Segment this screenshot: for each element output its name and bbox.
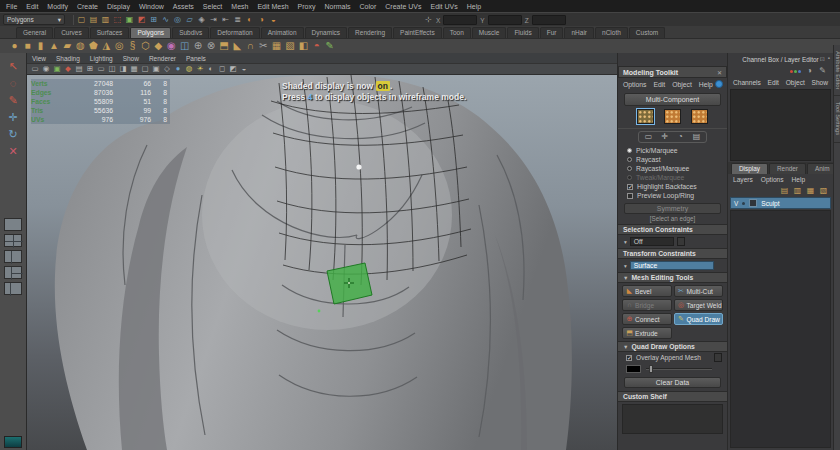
poly-cube-icon[interactable]: ■ xyxy=(23,41,32,51)
multi-component-button[interactable]: Multi-Component xyxy=(624,93,721,106)
menu-help[interactable]: Help xyxy=(467,3,481,10)
new-empty-layer-icon[interactable]: ▦ xyxy=(806,186,815,196)
shelf-tab-nhair[interactable]: nHair xyxy=(564,27,594,38)
shelf-tab-curves[interactable]: Curves xyxy=(54,27,89,38)
drag-select-icon[interactable]: ✛ xyxy=(660,132,669,142)
sculpt-geometry-icon[interactable]: ◓ xyxy=(312,41,321,51)
poly-sphere-icon[interactable]: ● xyxy=(10,41,19,51)
render-settings-icon[interactable]: ◒ xyxy=(269,15,278,25)
layer-list-empty-area[interactable] xyxy=(730,210,831,448)
menu-display[interactable]: Display xyxy=(107,3,130,10)
mtk-menu-options[interactable]: Options xyxy=(623,81,646,88)
shelf-tab-fur[interactable]: Fur xyxy=(540,27,564,38)
tool-settings-vertical-tab[interactable]: Tool Settings xyxy=(834,96,840,142)
new-scene-icon[interactable]: ▢ xyxy=(77,15,86,25)
ipr-render-icon[interactable]: ◑ xyxy=(257,15,266,25)
marquee-select-icon[interactable]: ▭ xyxy=(644,132,653,142)
smooth-shade-icon[interactable]: ● xyxy=(174,64,182,74)
symmetry-button[interactable]: Symmetry xyxy=(624,203,721,214)
quad-draw-icon[interactable]: ✎ xyxy=(325,41,334,51)
shelf-tab-ncloth[interactable]: nCloth xyxy=(595,27,628,38)
mesh-editing-tools-header[interactable]: ▼Mesh Editing Tools xyxy=(618,272,727,283)
cb-menu-object[interactable]: Object xyxy=(786,79,805,86)
extrude-button[interactable]: ⬒Extrude xyxy=(622,327,672,339)
menu-window[interactable]: Window xyxy=(139,3,164,10)
select-by-object-icon[interactable]: ▣ xyxy=(125,15,134,25)
bookmark-icon[interactable]: ◆ xyxy=(64,64,72,74)
menu-edit[interactable]: Edit xyxy=(26,3,38,10)
constraint-spinner[interactable] xyxy=(677,237,685,246)
view-grid-icon[interactable]: ⊞ xyxy=(86,64,94,74)
layer-menu-layers[interactable]: Layers xyxy=(733,176,753,183)
pin-dot-icon[interactable]: ▪ xyxy=(828,55,830,62)
opacity-slider[interactable] xyxy=(646,368,712,370)
checkbox-overlay-append-mesh[interactable]: ✓ Overlay Append Mesh xyxy=(618,352,727,363)
lasso-select-tool-icon[interactable]: ◌ xyxy=(8,78,17,88)
layout-two-pane-button[interactable] xyxy=(4,250,22,263)
edge-mode-icon[interactable] xyxy=(664,109,681,124)
resolution-gate-icon[interactable]: ◫ xyxy=(108,64,116,74)
layout-persp-outliner-button[interactable] xyxy=(4,266,22,279)
shelf-tab-painteffects[interactable]: PaintEffects xyxy=(393,27,442,38)
cb-menu-channels[interactable]: Channels xyxy=(733,79,761,86)
mtk-menu-object[interactable]: Object xyxy=(672,81,692,88)
layer-menu-options[interactable]: Options xyxy=(761,176,784,183)
vertex-mode-icon[interactable] xyxy=(637,109,654,124)
shelf-tab-deformation[interactable]: Deformation xyxy=(210,27,259,38)
channel-edit-icon[interactable]: ✎ xyxy=(818,66,827,76)
close-icon[interactable]: ✕ xyxy=(717,69,722,76)
select-tool-icon[interactable]: ↖ xyxy=(8,61,17,71)
image-plane-icon[interactable]: ▤ xyxy=(75,64,83,74)
poly-plane-icon[interactable]: ▰ xyxy=(63,41,72,51)
move-tool-icon[interactable]: ✛ xyxy=(8,112,17,122)
poly-helix-icon[interactable]: § xyxy=(128,41,137,51)
menu-mesh[interactable]: Mesh xyxy=(231,3,248,10)
layer-menu-help[interactable]: Help xyxy=(792,176,806,183)
shelf-tab-surfaces[interactable]: Surfaces xyxy=(90,27,130,38)
new-layer-from-selected-icon[interactable]: ▧ xyxy=(819,186,828,196)
dock-icon[interactable]: ⊡ xyxy=(820,55,825,62)
y-coordinate-field[interactable] xyxy=(488,15,522,25)
open-scene-icon[interactable]: ▤ xyxy=(89,15,98,25)
insert-edge-loop-icon[interactable]: ▦ xyxy=(272,41,281,51)
selection-mask-dropdown[interactable]: Polygons ▾ xyxy=(3,14,65,25)
radio-raycast[interactable]: Raycast xyxy=(618,155,727,164)
layer-move-down-icon[interactable]: ▥ xyxy=(793,186,802,196)
multi-cut-button[interactable]: ✂Multi-Cut xyxy=(674,285,724,297)
append-polygon-icon[interactable]: ◧ xyxy=(299,41,308,51)
connect-button[interactable]: ⊕Connect xyxy=(622,313,672,325)
shelf-tab-toon[interactable]: Toon xyxy=(443,27,471,38)
clear-data-button[interactable]: Clear Data xyxy=(624,377,721,388)
menu-modify[interactable]: Modify xyxy=(47,3,68,10)
shelf-tab-rendering[interactable]: Rendering xyxy=(348,27,392,38)
cb-menu-edit[interactable]: Edit xyxy=(768,79,779,86)
extrude-icon[interactable]: ⬒ xyxy=(219,41,228,51)
render-frame-icon[interactable]: ◐ xyxy=(245,15,254,25)
isolate-select-icon[interactable]: ◩ xyxy=(229,64,237,74)
snap-to-grid-icon[interactable]: ⊞ xyxy=(149,15,158,25)
layout-four-pane-button[interactable] xyxy=(4,234,22,247)
menu-create-uvs[interactable]: Create UVs xyxy=(385,3,421,10)
menu-edit-uvs[interactable]: Edit UVs xyxy=(430,3,457,10)
face-mode-icon[interactable] xyxy=(691,109,708,124)
multi-cut-icon[interactable]: ✂ xyxy=(259,41,268,51)
viewport-menu-view[interactable]: View xyxy=(32,55,46,62)
shelf-tab-general[interactable]: General xyxy=(16,27,53,38)
transform-constraint-dropdown[interactable]: Surface xyxy=(630,261,714,270)
x-coordinate-field[interactable] xyxy=(443,15,477,25)
safe-title-icon[interactable]: ▣ xyxy=(152,64,160,74)
checkbox-highlight-backfaces[interactable]: ✓Highlight Backfaces xyxy=(618,182,727,191)
menu-normals[interactable]: Normals xyxy=(324,3,350,10)
checkbox-preview-loop-ring[interactable]: Preview Loop/Ring xyxy=(618,191,727,200)
select-by-component-icon[interactable]: ◩ xyxy=(137,15,146,25)
target-weld-button[interactable]: ◎Target Weld xyxy=(674,299,724,311)
wireframe-icon[interactable]: ◇ xyxy=(163,64,171,74)
layer-color-swatch[interactable] xyxy=(749,199,757,207)
make-live-icon[interactable]: ◈ xyxy=(197,15,206,25)
bevel-button[interactable]: ◣Bevel xyxy=(622,285,672,297)
channel-list-area[interactable] xyxy=(730,89,831,161)
cb-menu-show[interactable]: Show xyxy=(812,79,829,86)
soft-select-icon[interactable]: ▤ xyxy=(692,132,701,142)
absolute-transform-icon[interactable]: ⊹ xyxy=(424,15,433,25)
channel-speed-icon[interactable]: ◑ xyxy=(805,66,814,76)
